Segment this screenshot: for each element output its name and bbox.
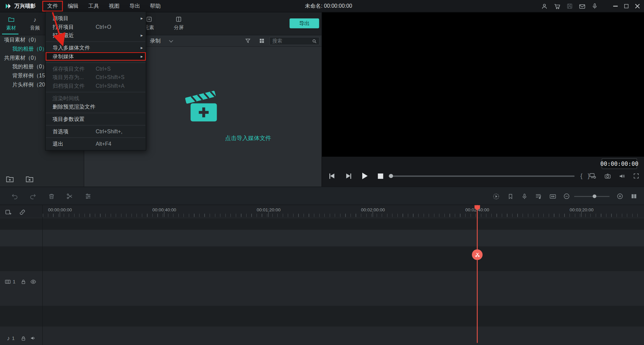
audio-mixer-icon[interactable] bbox=[534, 192, 542, 200]
menu-view[interactable]: 视图 bbox=[104, 0, 124, 12]
mail-icon[interactable] bbox=[579, 3, 586, 10]
add-to-timeline-icon[interactable] bbox=[5, 209, 12, 216]
stop-button[interactable] bbox=[377, 173, 384, 180]
mark-in-icon[interactable]: { bbox=[580, 172, 582, 179]
zoom-slider[interactable] bbox=[574, 196, 609, 197]
record-dropdown[interactable]: 录制 bbox=[150, 35, 172, 47]
playback-settings-icon[interactable] bbox=[589, 172, 596, 180]
file-menu-item-open-project[interactable]: 打开项目Ctrl+O bbox=[46, 22, 146, 31]
menu-export[interactable]: 导出 bbox=[124, 0, 145, 12]
previous-frame-button[interactable] bbox=[328, 173, 335, 180]
elements-icon bbox=[146, 16, 153, 23]
submenu-arrow-icon: ▸ bbox=[141, 31, 143, 40]
fit-timeline-icon[interactable] bbox=[549, 192, 556, 200]
splitscreen-icon bbox=[175, 16, 182, 23]
panel-layout-icon[interactable] bbox=[630, 192, 638, 200]
file-menu-item-exit[interactable]: 退出Alt+F4 bbox=[46, 139, 146, 148]
audio-mute-speaker-icon[interactable] bbox=[30, 335, 37, 342]
timeline-lane bbox=[0, 218, 644, 229]
app-logo-icon bbox=[5, 3, 12, 9]
zoom-out-icon[interactable] bbox=[563, 192, 571, 200]
fullscreen-icon[interactable] bbox=[633, 172, 640, 180]
minimize-button[interactable] bbox=[613, 6, 618, 6]
file-menu-item-render-timeline[interactable]: 渲染时间线 bbox=[46, 94, 146, 102]
play-button[interactable] bbox=[361, 173, 368, 180]
cart-icon[interactable] bbox=[554, 3, 561, 10]
playhead-line[interactable] bbox=[477, 205, 478, 343]
volume-icon[interactable] bbox=[618, 172, 626, 180]
submenu-arrow-icon: ▸ bbox=[141, 52, 143, 61]
search-icon[interactable] bbox=[312, 38, 317, 44]
marker-icon[interactable] bbox=[506, 192, 514, 200]
link-icon[interactable] bbox=[19, 209, 26, 216]
next-frame-button[interactable] bbox=[345, 173, 353, 180]
audio-track-lane bbox=[0, 327, 644, 345]
submenu-arrow-icon: ▸ bbox=[141, 44, 143, 52]
audio-lock-icon[interactable] bbox=[20, 335, 27, 342]
timeline-ruler[interactable]: 00:00:00:00 00:00:40:00 00:01:20:00 00:0… bbox=[0, 205, 644, 218]
seek-bar[interactable] bbox=[388, 176, 575, 177]
file-menu-item-save-as[interactable]: 项目另存为...Ctrl+Shift+S bbox=[46, 73, 146, 82]
file-menu-item-preferences[interactable]: 首选项Ctrl+Shift+, bbox=[46, 127, 146, 136]
menu-edit[interactable]: 编辑 bbox=[63, 0, 83, 12]
menubar: 文件 编辑 工具 视图 导出 帮助 bbox=[42, 0, 165, 12]
current-timecode: 00:00:00:00 bbox=[602, 158, 637, 169]
delete-icon[interactable] bbox=[48, 192, 55, 200]
mic-icon[interactable] bbox=[591, 3, 598, 10]
menu-separator bbox=[46, 42, 145, 42]
snapshot-icon[interactable] bbox=[604, 172, 611, 180]
zoom-slider-handle[interactable] bbox=[593, 194, 596, 198]
filter-icon[interactable] bbox=[245, 38, 251, 44]
audio-track-note-icon: ♪ bbox=[5, 335, 12, 342]
maximize-button[interactable] bbox=[624, 4, 628, 8]
split-scissors-icon[interactable] bbox=[66, 192, 73, 200]
timeline-lane bbox=[0, 247, 644, 271]
timeline-panel: 00:00:00:00 00:00:40:00 00:01:20:00 00:0… bbox=[0, 205, 644, 345]
undo-icon[interactable] bbox=[11, 192, 18, 200]
delete-folder-icon[interactable] bbox=[25, 175, 34, 183]
render-preview-icon[interactable] bbox=[492, 192, 500, 200]
zoom-in-icon[interactable] bbox=[616, 192, 624, 200]
tab-media[interactable]: 素材 bbox=[2, 16, 20, 32]
audio-track-number: 1 bbox=[12, 336, 15, 341]
tab-audio[interactable]: ♪ 音频 bbox=[25, 16, 44, 32]
search-box bbox=[269, 37, 319, 45]
save-icon[interactable] bbox=[567, 3, 573, 10]
file-menu-item-record-media[interactable]: 录制媒体▸ bbox=[46, 52, 146, 61]
video-track-number: 1 bbox=[13, 279, 15, 285]
timeline-toolbar bbox=[0, 187, 644, 205]
menu-tools[interactable]: 工具 bbox=[84, 0, 104, 12]
menu-file[interactable]: 文件 bbox=[42, 1, 63, 11]
tab-splitscreen[interactable]: 分屏 bbox=[169, 16, 188, 31]
file-menu-dropdown: 新项目▸ 打开项目Ctrl+O 打开最近▸ 导入多媒体文件▸ 录制媒体▸ 保存项… bbox=[45, 11, 146, 150]
redo-icon[interactable] bbox=[29, 192, 37, 200]
menu-separator bbox=[46, 137, 145, 138]
video-visibility-eye-icon[interactable] bbox=[30, 278, 37, 285]
file-menu-item-project-settings[interactable]: 项目参数设置 bbox=[46, 115, 146, 124]
file-menu-item-archive-project[interactable]: 归档项目文件Ctrl+Shift+A bbox=[46, 82, 146, 90]
video-track-icon bbox=[4, 278, 11, 285]
add-folder-icon[interactable] bbox=[6, 175, 14, 183]
app-name: 万兴喵影 bbox=[14, 2, 36, 10]
scissors-cut-badge[interactable] bbox=[472, 249, 483, 260]
search-input[interactable] bbox=[270, 38, 312, 44]
voiceover-mic-icon[interactable] bbox=[520, 192, 528, 200]
titlebar: 万兴喵影 文件 编辑 工具 视图 导出 帮助 未命名: 00:00:00:00 bbox=[0, 0, 644, 12]
menu-help[interactable]: 帮助 bbox=[145, 0, 165, 12]
close-button[interactable] bbox=[635, 4, 640, 9]
video-track-lane bbox=[0, 271, 644, 306]
file-menu-item-open-recent[interactable]: 打开最近▸ bbox=[46, 31, 146, 40]
file-menu-item-delete-render-files[interactable]: 删除预览渲染文件 bbox=[46, 102, 146, 111]
video-lock-icon[interactable] bbox=[20, 278, 27, 285]
account-icon[interactable] bbox=[541, 3, 548, 10]
seek-handle[interactable] bbox=[389, 174, 393, 178]
tab-media-label: 素材 bbox=[6, 24, 16, 31]
export-button[interactable]: 导出 bbox=[289, 18, 319, 28]
window-controls bbox=[613, 0, 640, 12]
timeline-lane bbox=[0, 230, 644, 247]
file-menu-item-save-project[interactable]: 保存项目文件Ctrl+S bbox=[46, 64, 146, 73]
adjust-icon[interactable] bbox=[84, 192, 92, 200]
file-menu-item-new-project[interactable]: 新项目▸ bbox=[46, 14, 146, 23]
file-menu-item-import-media[interactable]: 导入多媒体文件▸ bbox=[46, 44, 146, 52]
grid-view-icon[interactable] bbox=[259, 38, 265, 44]
